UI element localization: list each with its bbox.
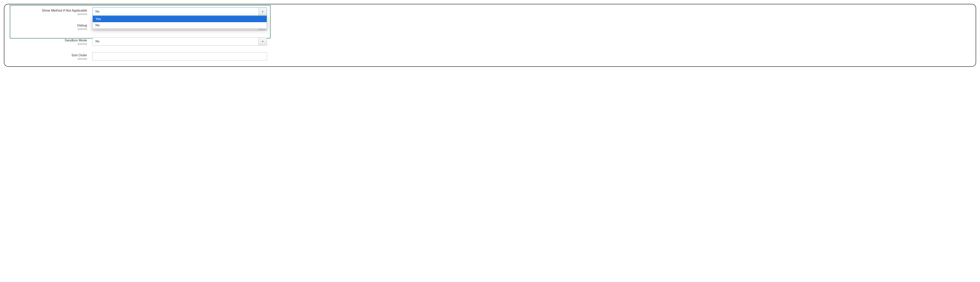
label-scope: [website] [10, 58, 87, 60]
select-show-method[interactable]: No ▼ [92, 8, 267, 16]
label-scope: [website] [10, 43, 87, 45]
row-show-method: Show Method if Not Applicable [website] … [10, 8, 970, 16]
row-sort-order: Sort Order [website] [10, 52, 970, 61]
label-sort-order: Sort Order [website] [10, 52, 92, 60]
control-show-method: No ▼ Yes No [92, 8, 267, 16]
row-sandbox: Sandbox Mode [website] No ▼ [10, 37, 970, 45]
control-sandbox: No ▼ [92, 37, 267, 45]
label-text: Sandbox Mode [10, 38, 87, 42]
chevron-down-icon: ▼ [259, 37, 267, 45]
select-value: No [93, 10, 259, 13]
chevron-down-icon: ▼ [259, 8, 267, 16]
label-text: Show Method if Not Applicable [10, 9, 87, 13]
dropdown-show-method: Yes No [92, 16, 267, 29]
label-debug: Debug [website] [10, 22, 92, 30]
option-yes[interactable]: Yes [93, 16, 267, 22]
label-scope: [website] [10, 13, 87, 16]
input-sort-order[interactable] [92, 52, 267, 61]
select-sandbox[interactable]: No ▼ [92, 37, 267, 45]
select-value: No [93, 40, 259, 43]
config-panel: Show Method if Not Applicable [website] … [4, 4, 976, 67]
control-sort-order [92, 52, 267, 61]
label-text: Debug [10, 24, 87, 27]
label-sandbox: Sandbox Mode [website] [10, 37, 92, 45]
label-show-method: Show Method if Not Applicable [website] [10, 8, 92, 16]
label-text: Sort Order [10, 53, 87, 57]
option-no[interactable]: No [93, 22, 267, 29]
label-scope: [website] [10, 28, 87, 30]
